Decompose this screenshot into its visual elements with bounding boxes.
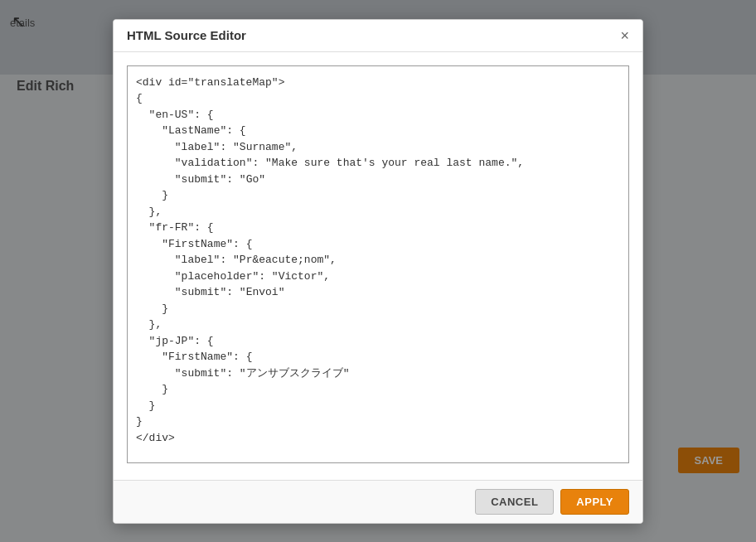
apply-button[interactable]: APPLY [560, 489, 629, 515]
modal-close-button[interactable]: × [620, 28, 629, 43]
modal-footer: CANCEL APPLY [114, 480, 642, 523]
html-source-editor-modal: HTML Source Editor × CANCEL APPLY [113, 19, 643, 524]
modal-body [114, 52, 642, 480]
modal-header: HTML Source Editor × [114, 20, 642, 52]
code-editor-textarea[interactable] [127, 65, 629, 463]
modal-title: HTML Source Editor [127, 28, 246, 42]
modal-overlay: HTML Source Editor × CANCEL APPLY [0, 0, 756, 542]
cancel-button[interactable]: CANCEL [475, 489, 554, 515]
